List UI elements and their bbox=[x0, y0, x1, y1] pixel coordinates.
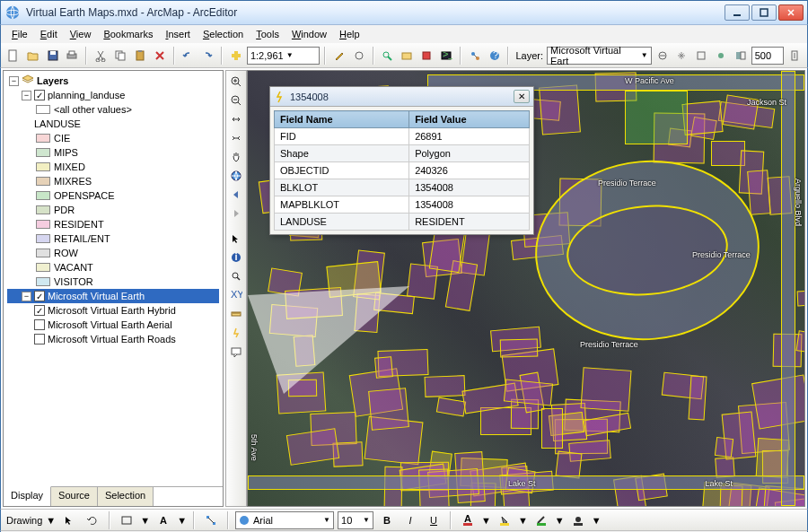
find-icon[interactable] bbox=[379, 46, 397, 65]
menu-selection[interactable]: Selection bbox=[198, 28, 249, 40]
font-combo[interactable]: Arial▼ bbox=[235, 511, 334, 529]
find-tool-icon[interactable] bbox=[227, 267, 245, 285]
toc-category-vacant[interactable]: VACANT bbox=[7, 260, 219, 275]
layer-checkbox[interactable]: ✓ bbox=[34, 90, 45, 100]
parcel-polygon[interactable] bbox=[715, 437, 733, 458]
toc-sublayer-microsoftvirtualearthhybrid[interactable]: ✓Microsoft Virtual Earth Hybrid bbox=[7, 303, 219, 318]
tool-last-icon[interactable] bbox=[786, 46, 804, 65]
editor-icon[interactable] bbox=[330, 46, 348, 65]
parcel-polygon[interactable] bbox=[751, 374, 805, 429]
layer-checkbox[interactable] bbox=[34, 319, 45, 330]
menu-help[interactable]: Help bbox=[334, 28, 365, 40]
parcel-polygon[interactable] bbox=[556, 450, 583, 478]
menu-tools[interactable]: Tools bbox=[250, 28, 285, 40]
help-icon[interactable]: ? bbox=[486, 46, 504, 65]
parcel-polygon[interactable] bbox=[797, 290, 805, 306]
dropdown-icon[interactable]: ▼ bbox=[481, 515, 491, 526]
hyperlink-icon[interactable] bbox=[227, 324, 245, 342]
layer-combo[interactable]: Microsoft Virtual Eart▼ bbox=[547, 47, 652, 65]
identify-close-button[interactable]: ✕ bbox=[514, 90, 530, 103]
fontsize-combo[interactable]: 10▼ bbox=[338, 511, 373, 529]
parcel-polygon[interactable] bbox=[539, 84, 581, 135]
identify-window[interactable]: 1354008 ✕ Field NameField Value FID26891… bbox=[269, 86, 534, 235]
parcel-polygon[interactable] bbox=[499, 339, 538, 359]
toc-tab-selection[interactable]: Selection bbox=[98, 487, 154, 506]
expand-toggle[interactable]: − bbox=[22, 292, 31, 301]
expand-toggle[interactable]: − bbox=[9, 76, 19, 86]
toc-tab-display[interactable]: Display bbox=[4, 486, 51, 506]
menu-view[interactable]: View bbox=[65, 28, 97, 40]
arccatalog-icon[interactable] bbox=[398, 46, 416, 65]
zoom-in-icon[interactable] bbox=[227, 73, 245, 91]
toc-sublayer-microsoftvirtualearthaerial[interactable]: Microsoft Virtual Earth Aerial bbox=[7, 318, 219, 332]
toc-category-mips[interactable]: MIPS bbox=[7, 145, 219, 160]
bold-icon[interactable]: B bbox=[377, 510, 397, 530]
scale-combo[interactable]: 1:2,961▼ bbox=[247, 47, 320, 65]
dropdown-icon[interactable]: ▼ bbox=[592, 515, 602, 526]
toc-category-mixed[interactable]: MIXED bbox=[7, 160, 219, 174]
identify-icon[interactable]: i bbox=[227, 249, 245, 266]
menu-bookmarks[interactable]: Bookmarks bbox=[98, 28, 158, 40]
toc-field-heading[interactable]: LANDUSE bbox=[7, 117, 219, 131]
draw-text-icon[interactable]: A bbox=[154, 510, 173, 530]
underline-icon[interactable]: U bbox=[424, 510, 444, 530]
delete-icon[interactable] bbox=[151, 46, 169, 65]
effect-1-icon[interactable] bbox=[654, 46, 672, 65]
fixed-zoom-in-icon[interactable] bbox=[227, 110, 245, 128]
toc-category-pdr[interactable]: PDR bbox=[7, 203, 219, 217]
toc-sublayer-microsoftvirtualearthroads[interactable]: Microsoft Virtual Earth Roads bbox=[7, 332, 219, 346]
tool-1-icon[interactable] bbox=[350, 46, 368, 65]
edit-vertices-icon[interactable] bbox=[201, 510, 221, 530]
add-data-icon[interactable] bbox=[227, 46, 245, 65]
parcel-polygon[interactable] bbox=[368, 388, 408, 431]
html-popup-icon[interactable] bbox=[227, 343, 245, 361]
marker-color-icon[interactable] bbox=[568, 510, 588, 530]
cut-icon[interactable] bbox=[92, 46, 110, 65]
swipe-icon[interactable] bbox=[732, 46, 750, 65]
minimize-button[interactable] bbox=[725, 4, 750, 21]
dropdown-icon[interactable]: ▼ bbox=[177, 515, 187, 526]
layer-checkbox[interactable]: ✓ bbox=[34, 305, 45, 316]
menu-edit[interactable]: Edit bbox=[35, 28, 63, 40]
back-icon[interactable] bbox=[227, 186, 245, 204]
line-color-icon[interactable] bbox=[531, 510, 551, 530]
cmdline-icon[interactable]: >_ bbox=[437, 46, 455, 65]
pan-icon[interactable] bbox=[227, 148, 245, 166]
toc-root[interactable]: −Layers bbox=[7, 74, 219, 88]
save-icon[interactable] bbox=[44, 46, 62, 65]
fill-color-icon[interactable] bbox=[495, 510, 514, 530]
arctoolbox-icon[interactable] bbox=[417, 46, 435, 65]
redo-icon[interactable] bbox=[198, 46, 216, 65]
toc-category-row[interactable]: ROW bbox=[7, 246, 219, 260]
parcel-polygon[interactable] bbox=[285, 428, 338, 466]
toc-category-openspace[interactable]: OPENSPACE bbox=[7, 188, 219, 203]
toc-all-other[interactable]: <all other values> bbox=[7, 102, 219, 117]
copy-icon[interactable] bbox=[111, 46, 129, 65]
full-extent-icon[interactable] bbox=[227, 167, 245, 185]
zoom-out-icon[interactable] bbox=[227, 92, 245, 109]
parcel-polygon[interactable] bbox=[424, 375, 465, 397]
undo-icon[interactable] bbox=[180, 46, 198, 65]
parcel-polygon[interactable] bbox=[747, 170, 771, 215]
draw-rect-icon[interactable] bbox=[117, 510, 136, 530]
italic-icon[interactable]: I bbox=[400, 510, 420, 530]
expand-toggle[interactable]: − bbox=[22, 91, 31, 100]
toc-category-resident[interactable]: RESIDENT bbox=[7, 217, 219, 231]
toc-category-mixres[interactable]: MIXRES bbox=[7, 174, 219, 188]
menu-window[interactable]: Window bbox=[286, 28, 332, 40]
dropdown-icon[interactable]: ▼ bbox=[555, 515, 565, 526]
close-button[interactable] bbox=[778, 4, 804, 21]
parcel-polygon[interactable] bbox=[436, 397, 466, 417]
menu-file[interactable]: File bbox=[6, 28, 33, 40]
maximize-button[interactable] bbox=[751, 4, 777, 21]
parcel-polygon[interactable] bbox=[689, 375, 707, 420]
parcel-polygon[interactable] bbox=[580, 367, 631, 412]
paste-icon[interactable] bbox=[131, 46, 149, 65]
toc-category-visitor[interactable]: VISITOR bbox=[7, 275, 219, 289]
toc-layer-virtualearth[interactable]: −✓Microsoft Virtual Earth bbox=[7, 289, 219, 303]
layer-checkbox[interactable]: ✓ bbox=[34, 291, 45, 301]
open-icon[interactable] bbox=[24, 46, 42, 65]
dropdown-icon[interactable]: ▼ bbox=[518, 515, 528, 526]
parcel-polygon[interactable] bbox=[541, 408, 563, 449]
fixed-zoom-out-icon[interactable] bbox=[227, 129, 245, 147]
